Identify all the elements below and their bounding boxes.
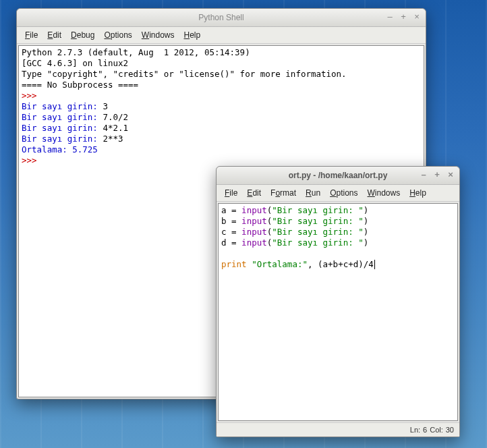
editor-menu-help[interactable]: Help (405, 187, 430, 199)
code-var: b (221, 216, 227, 226)
shell-titlebar[interactable]: Python Shell – + × (17, 9, 426, 27)
code-var: a (221, 205, 227, 215)
code-func: input (241, 216, 267, 226)
shell-title-text: Python Shell (198, 13, 244, 22)
code-string: "Bir sayı girin: " (272, 205, 363, 215)
shell-input-prompt: Bir sayı girin: (22, 101, 103, 111)
code-expr: (a+b+c+d)/4 (318, 259, 374, 269)
shell-input-value: 7.0/2 (103, 112, 128, 122)
shell-input-prompt: Bir sayı girin: (22, 134, 103, 144)
shell-input-prompt: Bir sayı girin: (22, 123, 103, 133)
maximize-icon[interactable]: + (399, 11, 408, 21)
shell-banner-line: Python 2.7.3 (default, Aug 1 2012, 05:14… (22, 47, 250, 57)
status-col-value: 30 (446, 426, 454, 434)
editor-statusbar: Ln: 6 Col: 30 (217, 422, 459, 437)
status-ln-value: 6 (423, 426, 427, 434)
editor-menu-edit[interactable]: Edit (243, 187, 265, 199)
minimize-icon[interactable]: – (385, 11, 395, 21)
minimize-icon[interactable]: – (419, 169, 428, 179)
close-icon[interactable]: × (446, 169, 455, 179)
shell-banner-line: [GCC 4.6.3] on linux2 (22, 58, 128, 68)
code-var: d (221, 237, 227, 248)
maximize-icon[interactable]: + (432, 169, 442, 179)
status-ln-label: Ln: (410, 426, 420, 434)
shell-banner-line: Type "copyright", "credits" or "license(… (22, 69, 347, 79)
editor-title-text: ort.py - /home/kaan/ort.py (289, 171, 388, 180)
code-string: "Ortalama:" (252, 259, 308, 269)
shell-menu-help[interactable]: Help (180, 29, 205, 41)
shell-input-value: 2**3 (103, 134, 123, 144)
shell-input-value: 4*2.1 (103, 123, 128, 133)
close-icon[interactable]: × (412, 11, 422, 21)
code-func: input (241, 237, 267, 248)
shell-menu-edit[interactable]: Edit (43, 29, 65, 41)
shell-input-prompt: Bir sayı girin: (22, 112, 103, 122)
code-string: "Bir sayı girin: " (272, 237, 363, 248)
editor-window: ort.py - /home/kaan/ort.py – + × File Ed… (216, 166, 460, 437)
code-func: input (241, 227, 267, 237)
editor-menu-windows[interactable]: Windows (364, 187, 405, 199)
shell-menu-file[interactable]: File (21, 29, 42, 41)
code-keyword: print (221, 259, 247, 269)
shell-input-value: 3 (103, 101, 108, 111)
code-func: input (241, 205, 267, 215)
status-col-label: Col: (430, 426, 443, 434)
code-var: c (221, 227, 227, 237)
shell-result-value: 5.725 (72, 144, 98, 155)
shell-prompt: >>> (22, 155, 37, 165)
shell-menu-debug[interactable]: Debug (67, 29, 98, 41)
editor-menu-format[interactable]: Format (266, 187, 300, 199)
shell-menu-options[interactable]: Options (100, 29, 136, 41)
editor-content[interactable]: a = input("Bir sayı girin: ") b = input(… (218, 203, 458, 421)
shell-prompt: >>> (22, 90, 37, 101)
editor-menu-run[interactable]: Run (302, 187, 324, 199)
editor-menu-file[interactable]: File (221, 187, 241, 199)
text-cursor (374, 260, 375, 269)
code-string: "Bir sayı girin: " (272, 216, 363, 226)
shell-result-label: Ortalama: (22, 144, 72, 155)
code-string: "Bir sayı girin: " (272, 227, 363, 237)
editor-menubar: File Edit Format Run Options Windows Hel… (217, 185, 459, 202)
shell-banner-line: ==== No Subprocess ==== (22, 80, 138, 90)
editor-menu-options[interactable]: Options (326, 187, 362, 199)
editor-titlebar[interactable]: ort.py - /home/kaan/ort.py – + × (217, 167, 459, 185)
shell-menubar: File Edit Debug Options Windows Help (17, 27, 426, 44)
shell-menu-windows[interactable]: Windows (138, 29, 179, 41)
